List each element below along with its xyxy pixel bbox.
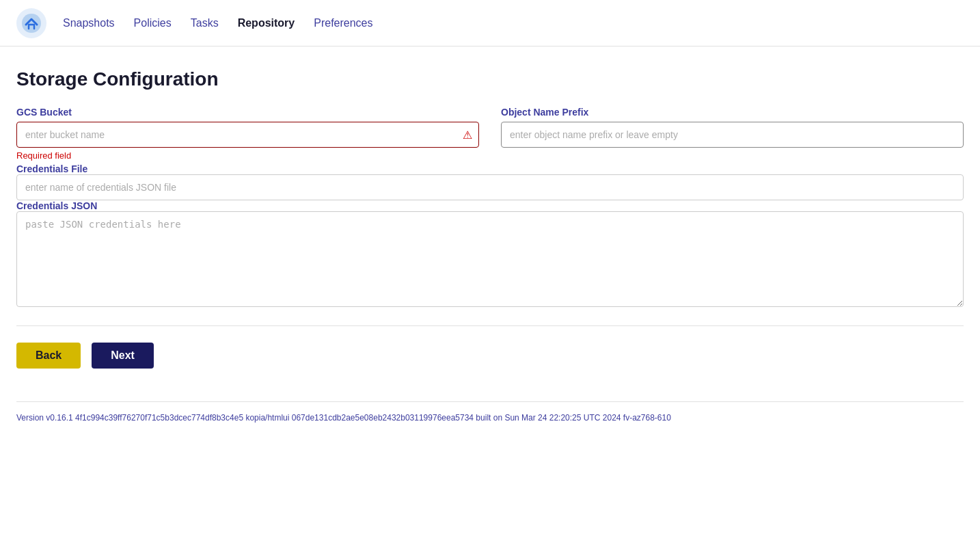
gcs-bucket-label: GCS Bucket [16,107,479,118]
button-row: Back Next [16,343,964,369]
nav-item-tasks[interactable]: Tasks [191,17,219,29]
nav-item-preferences[interactable]: Preferences [314,17,372,29]
credentials-file-input[interactable] [16,174,964,200]
form-divider [16,325,964,326]
navbar: Snapshots Policies Tasks Repository Pref… [0,0,980,46]
nav-item-snapshots[interactable]: Snapshots [63,17,115,29]
object-name-prefix-group: Object Name Prefix [501,107,964,161]
app-logo[interactable] [16,8,46,38]
credentials-file-label: Credentials File [16,163,87,174]
error-icon: ⚠ [463,129,472,142]
credentials-json-textarea[interactable] [16,211,964,307]
gcs-bucket-input[interactable] [16,122,479,148]
back-button[interactable]: Back [16,343,81,369]
object-name-prefix-input[interactable] [501,122,964,148]
version-text: Version v0.16.1 4f1c994c39ff76270f71c5b3… [0,402,980,433]
gcs-bucket-input-wrapper: ⚠ [16,122,479,148]
next-button[interactable]: Next [92,343,154,369]
nav-links: Snapshots Policies Tasks Repository Pref… [63,17,373,29]
nav-item-repository[interactable]: Repository [238,17,295,29]
credentials-json-group: Credentials JSON [16,200,964,309]
main-content: Storage Configuration GCS Bucket ⚠ Requi… [0,46,980,401]
nav-item-policies[interactable]: Policies [134,17,172,29]
form-top-row: GCS Bucket ⚠ Required field Object Name … [16,107,964,161]
credentials-file-group: Credentials File [16,163,964,200]
object-name-prefix-input-wrapper [501,122,964,148]
page-title: Storage Configuration [16,68,964,90]
gcs-bucket-group: GCS Bucket ⚠ Required field [16,107,479,161]
credentials-json-label: Credentials JSON [16,200,97,211]
object-name-prefix-label: Object Name Prefix [501,107,964,118]
gcs-bucket-error: Required field [16,150,479,161]
